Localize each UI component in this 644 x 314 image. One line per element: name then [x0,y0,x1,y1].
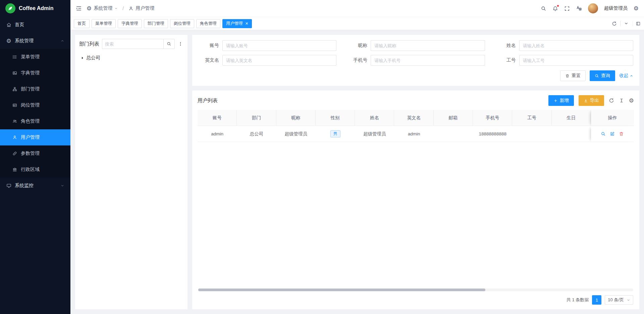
add-label: 新增 [560,98,569,104]
sidebar-item-menu-management[interactable]: 菜单管理 [0,49,70,65]
tab-post-management[interactable]: 岗位管理 [170,19,194,28]
page-size-select[interactable]: 10 条/页 [605,295,633,305]
breadcrumb-user-management[interactable]: 用户管理 [128,5,154,11]
app-root: Coffee Admin 首页 ⚙ 系统管理 [0,0,644,314]
sidebar-item-post-management[interactable]: 岗位管理 [0,97,70,113]
filter-grid: 账号 昵称 姓名 英文名 [198,40,633,66]
col-header-gender: 性别 [316,110,355,126]
current-user-name[interactable]: 超级管理员 [604,5,628,11]
edit-icon[interactable] [610,131,615,136]
sidebar-item-system-monitor[interactable]: 系统监控 [0,178,70,194]
dept-search-button[interactable] [163,39,175,49]
user-table: 账号 部门 昵称 性别 姓名 英文名 邮箱 手机号 工号 生日 操作 [198,110,634,142]
horizontal-scrollbar[interactable] [198,289,633,291]
content: 部门列表 总公 [70,30,644,314]
system-submenu: 菜单管理 字典管理 部门管理 [0,49,70,178]
row-density-icon[interactable] [619,98,624,103]
tree-item-label: 总公司 [86,55,100,61]
page-1-button[interactable]: 1 [592,295,601,305]
chevron-down-icon [60,184,64,188]
name-input[interactable] [519,40,633,51]
english-name-input[interactable] [222,55,336,66]
translate-icon[interactable] [576,5,582,11]
chevron-down-icon [114,7,118,10]
notification-bell-icon[interactable] [552,6,558,11]
nickname-input[interactable] [371,40,485,51]
tab-role-management[interactable]: 角色管理 [196,19,220,28]
users-icon [12,119,17,124]
col-header-name: 姓名 [355,110,394,126]
collapse-filter-link[interactable]: 收起 [619,73,633,79]
reset-button[interactable]: 重置 [560,70,586,81]
column-settings-gear-icon[interactable]: ⚙ [629,98,634,104]
gender-tag: 男 [330,130,340,137]
work-id-input[interactable] [519,55,633,66]
search-label: 查询 [601,73,610,79]
view-icon[interactable] [601,131,606,136]
cell-birthday [552,126,591,142]
collapse-sidebar-icon[interactable] [76,5,82,11]
sidebar-item-dept-management[interactable]: 部门管理 [0,81,70,97]
tab-menu-management[interactable]: 菜单管理 [92,19,116,28]
export-button[interactable]: 导出 [579,95,604,106]
sidebar-item-role-management[interactable]: 角色管理 [0,113,70,129]
list-icon [12,54,17,60]
breadcrumb-system-management[interactable]: ⚙ 系统管理 [87,5,118,11]
layout-expand-icon[interactable] [633,21,641,26]
caret-right-icon[interactable] [80,56,85,60]
phone-input[interactable] [371,55,485,66]
sidebar-item-dict-management[interactable]: 字典管理 [0,65,70,81]
search-icon [167,42,171,46]
delete-icon[interactable] [619,131,624,136]
cell-name: 超级管理员 [355,126,394,142]
more-options-icon[interactable] [177,41,183,47]
coffee-logo-icon [5,3,15,13]
monitor-icon [6,183,11,188]
user-table-card: 用户列表 新增 导出 [192,90,639,309]
col-header-account: 账号 [198,110,237,126]
tabbar: 首页 菜单管理 字典管理 部门管理 岗位管理 角色管理 用户管理 ✕ [70,17,644,30]
tab-label: 角色管理 [200,21,217,26]
dept-search-input[interactable] [102,39,163,49]
chevron-up-icon [630,74,633,78]
refresh-table-icon[interactable] [609,98,614,103]
scrollbar-thumb[interactable] [198,289,485,291]
sidebar-item-param-management[interactable]: 参数管理 [0,145,70,162]
user-icon [128,6,133,11]
tab-user-management[interactable]: 用户管理 ✕ [222,19,252,28]
tab-close-icon[interactable]: ✕ [245,22,248,25]
sidebar-item-admin-region[interactable]: 行政区域 [0,162,70,178]
tree-item-head-office[interactable]: 总公司 [79,54,183,62]
tab-options-chevron-icon[interactable] [624,21,629,26]
fullscreen-icon[interactable] [564,6,570,11]
tab-home[interactable]: 首页 [74,19,90,28]
bank-icon [12,167,17,172]
search-button[interactable]: 查询 [590,70,615,81]
link-icon [12,151,17,156]
breadcrumb-label: 系统管理 [94,5,112,11]
dept-search-group [102,39,175,49]
tab-label: 字典管理 [121,21,138,26]
breadcrumb-separator: / [122,6,124,11]
sidebar-item-label: 系统监控 [15,183,34,189]
settings-gear-icon[interactable]: ⚙ [634,6,639,11]
user-avatar[interactable] [588,3,598,13]
account-input[interactable] [222,40,336,51]
tab-dept-management[interactable]: 部门管理 [144,19,168,28]
notification-badge [557,5,559,7]
col-header-email: 邮箱 [434,110,473,126]
sidebar-item-home[interactable]: 首页 [0,17,70,33]
tab-label: 用户管理 [226,21,243,26]
sidebar-item-user-management[interactable]: 用户管理 [0,129,70,145]
search-icon[interactable] [541,6,546,11]
sidebar-item-label: 行政区域 [21,167,40,173]
sidebar-item-label: 角色管理 [21,118,40,124]
row-operations [601,131,624,136]
tab-dict-management[interactable]: 字典管理 [118,19,142,28]
app-logo[interactable]: Coffee Admin [0,0,70,17]
cell-operation [591,126,634,142]
add-user-button[interactable]: 新增 [548,95,574,106]
refresh-tab-icon[interactable] [612,21,617,26]
field-label: 昵称 [346,43,371,49]
sidebar-item-system-management[interactable]: ⚙ 系统管理 [0,33,70,49]
